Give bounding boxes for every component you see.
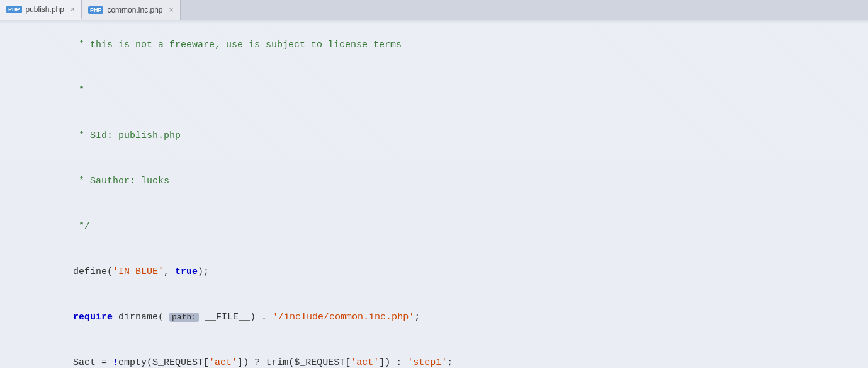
line-content: * $Id: publish.php [11,113,868,159]
tab-common-inc-php[interactable]: PHP common.inc.php × [82,0,181,20]
code-area[interactable]: * this is not a freeware, use is subject… [0,20,868,368]
tab-label-2: common.inc.php [107,6,162,14]
tab-close-1[interactable]: × [70,6,75,13]
code-line: define('IN_BLUE', true); [0,250,868,295]
code-line: * $author: lucks [0,159,868,204]
tab-bar: PHP publish.php × PHP common.inc.php × [0,0,868,20]
line-content: * this is not a freeware, use is subject… [11,23,868,68]
code-line: require dirname( path: __FILE__) . '/inc… [0,295,868,340]
line-content: require dirname( path: __FILE__) . '/inc… [11,295,868,340]
line-content: $act = !empty($_REQUEST['act']) ? trim($… [11,340,868,368]
line-content: */ [11,204,868,250]
tab-label-1: publish.php [26,5,64,14]
line-content: * [11,68,868,113]
code-lines: * this is not a freeware, use is subject… [0,20,868,368]
code-line: */ [0,204,868,250]
line-content: * $author: lucks [11,159,868,204]
php-badge-1: PHP [6,6,22,13]
tab-close-2[interactable]: × [169,6,173,14]
code-line: * this is not a freeware, use is subject… [0,23,868,68]
code-line: $act = !empty($_REQUEST['act']) ? trim($… [0,340,868,368]
php-badge-2: PHP [88,6,104,14]
code-line: * $Id: publish.php [0,113,868,159]
line-content: define('IN_BLUE', true); [11,250,868,295]
code-line: * [0,68,868,113]
tab-publish-php[interactable]: PHP publish.php × [0,0,82,20]
editor-container: PHP publish.php × PHP common.inc.php × *… [0,0,868,368]
